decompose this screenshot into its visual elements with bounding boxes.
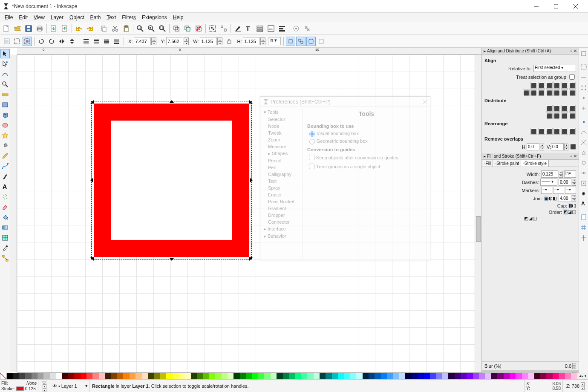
align-btn[interactable]: ⬛	[546, 89, 553, 96]
paintbucket-tool-icon[interactable]	[0, 213, 10, 222]
palette-swatch[interactable]	[553, 373, 559, 379]
handle-n[interactable]	[170, 99, 174, 104]
palette-swatch[interactable]	[264, 373, 270, 379]
panel-close-icon[interactable]: ✕	[574, 154, 577, 159]
palette-swatch[interactable]	[56, 373, 62, 379]
palette-swatch[interactable]	[68, 373, 74, 379]
snap-node-icon[interactable]	[579, 117, 588, 127]
align-btn[interactable]: ⬛	[561, 89, 568, 96]
star-tool-icon[interactable]	[0, 131, 10, 140]
palette-swatch[interactable]	[314, 373, 320, 379]
tab-fill[interactable]: ▫Fill	[482, 160, 493, 167]
stroke-width-unit[interactable]: in▾	[564, 170, 576, 178]
palette-swatch[interactable]	[442, 373, 448, 379]
blur-slider[interactable]: Blur (%) 0.0 ▴▾	[482, 361, 579, 370]
palette-swatch[interactable]	[43, 373, 49, 379]
affect-corner-icon[interactable]	[306, 37, 316, 46]
x-spinner[interactable]: ▴▾	[151, 37, 156, 45]
palette-swatch[interactable]	[37, 373, 43, 379]
node-tool-icon[interactable]	[0, 59, 10, 69]
palette-swatch[interactable]	[320, 373, 326, 379]
lower-bottom-icon[interactable]	[112, 37, 121, 46]
print-icon[interactable]	[35, 23, 45, 34]
dashes-select[interactable]: —— ▾	[540, 179, 557, 186]
snap-center-icon[interactable]	[579, 104, 588, 113]
palette-swatch[interactable]	[504, 373, 510, 379]
order-btn[interactable]: ◪	[528, 216, 533, 221]
palette-swatch[interactable]	[7, 373, 13, 379]
flip-h-icon[interactable]	[57, 37, 66, 46]
align-btn[interactable]: ⬛	[553, 89, 560, 96]
dist-btn[interactable]: ⬛	[553, 105, 560, 112]
align-btn[interactable]: ⬛	[530, 82, 537, 89]
palette-swatch[interactable]	[522, 373, 528, 379]
snap-page-icon[interactable]	[579, 213, 588, 222]
order-btn[interactable]: ◫	[533, 216, 537, 221]
h-input[interactable]	[243, 37, 260, 45]
align-btn[interactable]: ⬛	[530, 89, 537, 96]
snap-midpoint-icon[interactable]	[579, 93, 588, 103]
preferences-icon[interactable]	[291, 23, 301, 34]
rearr-btn[interactable]: ⬛	[569, 128, 576, 135]
snap-guide-icon[interactable]	[579, 233, 588, 242]
palette-swatch[interactable]	[412, 373, 418, 379]
w-input[interactable]	[200, 37, 217, 45]
palette-swatch[interactable]	[381, 373, 387, 379]
snap-bbox-icon[interactable]	[579, 63, 588, 72]
check-keep-objects[interactable]: Keep objects after conversion to guides	[307, 153, 426, 161]
handle-e[interactable]	[249, 178, 254, 182]
spray-tool-icon[interactable]	[0, 192, 10, 202]
palette-swatch[interactable]	[215, 373, 221, 379]
handle-nw[interactable]	[89, 99, 94, 104]
palette-swatch[interactable]	[117, 373, 123, 379]
status-zoom[interactable]: Z: 738 ▴▾	[562, 380, 588, 392]
join-round-icon[interactable]: ◐	[548, 196, 553, 201]
palette-swatch[interactable]	[258, 373, 264, 379]
pencil-tool-icon[interactable]	[0, 151, 10, 161]
palette-swatch[interactable]	[405, 373, 411, 379]
align-btn[interactable]: ⬛	[538, 89, 545, 96]
group-icon[interactable]	[208, 23, 218, 34]
box3d-tool-icon[interactable]	[0, 110, 10, 120]
vertical-ruler[interactable]	[10, 55, 17, 372]
tweak-tool-icon[interactable]	[0, 69, 10, 79]
zoom-tool-icon[interactable]	[0, 80, 10, 89]
status-fill-value[interactable]: None	[26, 381, 37, 386]
w-spinner[interactable]: ▴▾	[217, 37, 222, 45]
palette-swatch[interactable]	[233, 373, 239, 379]
palette-swatch[interactable]	[326, 373, 331, 379]
dist-btn[interactable]: ⬛	[569, 112, 576, 119]
align-btn[interactable]: ⬛	[553, 82, 560, 89]
dashes-offset-input[interactable]	[559, 179, 571, 186]
remove-overlap-btn[interactable]: ⬛	[570, 144, 576, 150]
palette-swatch[interactable]	[184, 373, 190, 379]
affect-gradient-icon[interactable]	[317, 37, 326, 46]
clone-icon[interactable]	[182, 23, 193, 34]
dist-btn[interactable]: ⬛	[561, 105, 568, 112]
export-icon[interactable]	[60, 23, 70, 34]
ungroup-icon[interactable]	[219, 23, 229, 34]
cut-icon[interactable]	[110, 23, 120, 34]
zoom-page-icon[interactable]	[157, 23, 167, 34]
duplicate-icon[interactable]	[171, 23, 182, 34]
rearr-btn[interactable]: ⬛	[553, 128, 560, 135]
snap-text-baseline-icon[interactable]: A	[579, 199, 588, 208]
palette-swatch[interactable]	[571, 373, 577, 379]
no-color-swatch[interactable]	[0, 373, 7, 379]
menu-help[interactable]: Help	[170, 14, 187, 21]
palette-swatch[interactable]	[338, 373, 344, 379]
palette-swatch[interactable]	[191, 373, 197, 379]
join-bevel-icon[interactable]: ◧	[553, 196, 557, 201]
join-miter-icon[interactable]: ▣	[544, 196, 548, 201]
palette-swatch[interactable]	[424, 373, 430, 379]
palette-swatch[interactable]	[99, 373, 105, 379]
snap-object-center-icon[interactable]	[579, 179, 588, 188]
palette-swatch[interactable]	[13, 373, 19, 379]
dist-btn[interactable]: ⬛	[561, 112, 568, 119]
palette-swatch[interactable]	[455, 373, 461, 379]
palette-swatch[interactable]	[173, 373, 179, 379]
relative-to-select[interactable]: First selected ▾	[533, 65, 576, 72]
miter-limit-input[interactable]	[559, 195, 571, 202]
palette-swatch[interactable]	[436, 373, 442, 379]
palette-swatch[interactable]	[148, 373, 154, 379]
